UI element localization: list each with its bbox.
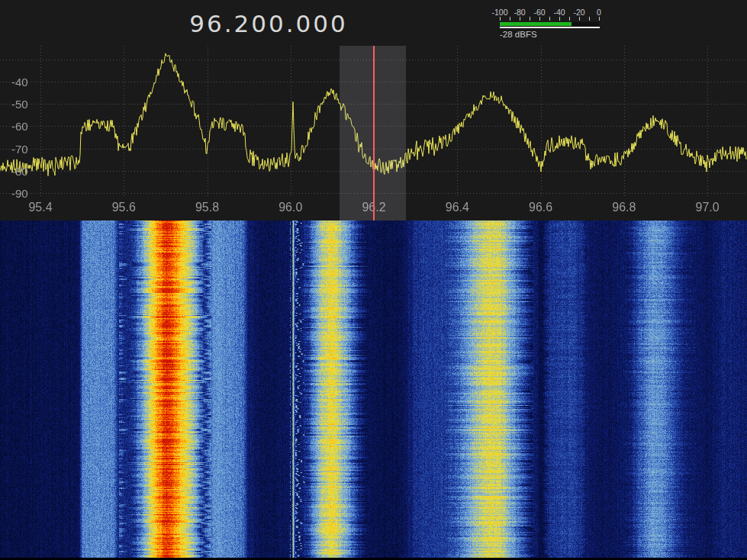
sdr-app-window: 96.200.000 -100-80-60-40-200 -28 dBFS -4… <box>0 0 747 560</box>
meter-baseline <box>500 27 600 28</box>
meter-scale-label: -80 <box>514 8 525 17</box>
meter-scale-label: -100 <box>491 8 507 17</box>
meter-scale-label: -60 <box>533 8 545 17</box>
meter-bar-track <box>500 22 599 26</box>
spectrum-panel[interactable]: -40-50-60-70-80-90 95.495.695.896.096.29… <box>0 46 747 220</box>
frequency-display[interactable]: 96.200.000 <box>189 10 348 37</box>
meter-scale-label: -40 <box>553 8 565 17</box>
tuning-frequency-line[interactable] <box>373 46 375 220</box>
meter-scale-label: 0 <box>597 8 601 17</box>
signal-strength-meter: -100-80-60-40-200 -28 dBFS <box>495 8 610 42</box>
meter-bar-fill <box>500 22 572 26</box>
waterfall-canvas[interactable] <box>0 220 747 558</box>
meter-value-readout: -28 dBFS <box>500 30 537 39</box>
meter-scale-label: -20 <box>573 8 584 17</box>
meter-scale-labels: -100-80-60-40-200 <box>495 8 610 17</box>
meter-tick-marks <box>500 17 600 21</box>
